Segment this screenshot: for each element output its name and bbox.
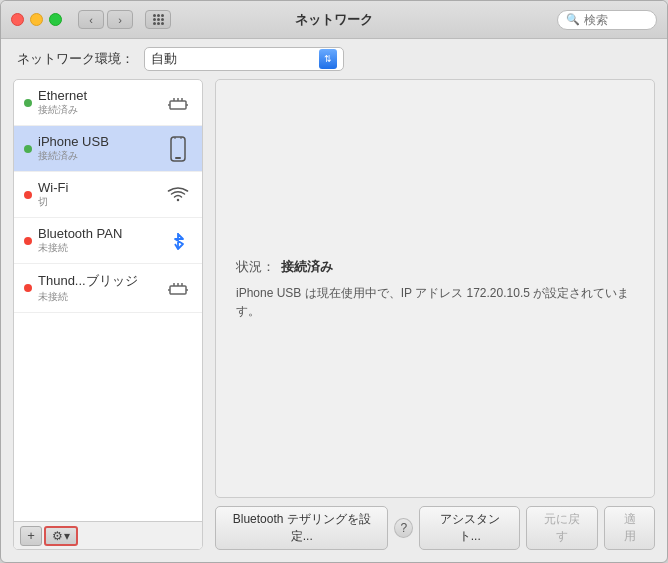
status-dot-bt: [24, 237, 32, 245]
ethernet-text: Ethernet 接続済み: [38, 88, 158, 117]
add-network-button[interactable]: +: [20, 526, 42, 546]
search-input[interactable]: [584, 13, 654, 27]
close-button[interactable]: [11, 13, 24, 26]
env-label: ネットワーク環境：: [17, 50, 134, 68]
gear-menu-button[interactable]: ⚙ ▾: [44, 526, 78, 546]
bt-name: Bluetooth PAN: [38, 226, 158, 241]
status-description: iPhone USB は現在使用中で、IP アドレス 172.20.10.5 が…: [236, 284, 634, 320]
back-button[interactable]: ‹: [78, 10, 104, 29]
search-box[interactable]: 🔍: [557, 10, 657, 30]
status-area: 状況： 接続済み iPhone USB は現在使用中で、IP アドレス 172.…: [215, 79, 655, 498]
forward-icon: ›: [118, 14, 122, 26]
wifi-name: Wi-Fi: [38, 180, 158, 195]
env-select-value: 自動: [151, 50, 315, 68]
status-value: 接続済み: [281, 258, 333, 276]
apply-button[interactable]: 適用: [604, 506, 655, 550]
iphone-name: iPhone USB: [38, 134, 158, 149]
plus-icon: +: [27, 528, 35, 543]
sidebar-item-ethernet[interactable]: Ethernet 接続済み: [14, 80, 202, 126]
status-label: 状況：: [236, 258, 275, 276]
status-row: 状況： 接続済み: [236, 258, 333, 276]
search-icon: 🔍: [566, 13, 580, 26]
env-select-arrow[interactable]: ⇅: [319, 49, 337, 69]
sidebar: Ethernet 接続済み: [13, 79, 203, 550]
forward-button[interactable]: ›: [107, 10, 133, 29]
iphone-icon: [164, 135, 192, 163]
right-panel: 状況： 接続済み iPhone USB は現在使用中で、IP アドレス 172.…: [203, 79, 655, 550]
iphone-status: 接続済み: [38, 149, 158, 163]
bt-text: Bluetooth PAN 未接続: [38, 226, 158, 255]
status-dot-ethernet: [24, 99, 32, 107]
iphone-text: iPhone USB 接続済み: [38, 134, 158, 163]
wifi-status: 切: [38, 195, 158, 209]
bottom-bar: Bluetooth テザリングを設定... ? アシスタント... 元に戻す 適…: [215, 498, 655, 550]
grid-button[interactable]: [145, 10, 171, 29]
ethernet-status: 接続済み: [38, 103, 158, 117]
grid-icon: [153, 14, 164, 25]
sidebar-item-wifi[interactable]: Wi-Fi 切: [14, 172, 202, 218]
main-content: Ethernet 接続済み: [1, 79, 667, 562]
titlebar: ‹ › ネットワーク 🔍: [1, 1, 667, 39]
sidebar-item-iphone-usb[interactable]: iPhone USB 接続済み: [14, 126, 202, 172]
gear-chevron-icon: ▾: [64, 529, 70, 543]
wifi-text: Wi-Fi 切: [38, 180, 158, 209]
assistant-button[interactable]: アシスタント...: [419, 506, 520, 550]
thunderbolt-status: 未接続: [38, 290, 158, 304]
status-dot-iphone: [24, 145, 32, 153]
sidebar-toolbar: + ⚙ ▾: [14, 521, 202, 549]
status-dot-wifi: [24, 191, 32, 199]
env-select[interactable]: 自動 ⇅: [144, 47, 344, 71]
svg-rect-10: [170, 286, 186, 294]
gear-icon: ⚙: [52, 529, 63, 543]
window-title: ネットワーク: [295, 11, 373, 29]
main-window: ‹ › ネットワーク 🔍 ネットワーク環境： 自動 ⇅: [0, 0, 668, 563]
sidebar-item-thunderbolt[interactable]: Thund...ブリッジ 未接続: [14, 264, 202, 313]
maximize-button[interactable]: [49, 13, 62, 26]
toolbar: ネットワーク環境： 自動 ⇅: [1, 39, 667, 79]
action-buttons: アシスタント... 元に戻す 適用: [419, 506, 655, 550]
bridge-icon: [164, 274, 192, 302]
bluetooth-icon: [164, 227, 192, 255]
thunderbolt-text: Thund...ブリッジ 未接続: [38, 272, 158, 304]
bt-status: 未接続: [38, 241, 158, 255]
sidebar-item-bluetooth-pan[interactable]: Bluetooth PAN 未接続: [14, 218, 202, 264]
minimize-button[interactable]: [30, 13, 43, 26]
ethernet-icon: [164, 89, 192, 117]
sidebar-list: Ethernet 接続済み: [14, 80, 202, 521]
help-button[interactable]: ?: [394, 518, 413, 538]
chevron-up-down-icon: ⇅: [324, 54, 332, 64]
svg-rect-0: [170, 101, 186, 109]
thunderbolt-name: Thund...ブリッジ: [38, 272, 158, 290]
wifi-icon: [164, 181, 192, 209]
svg-rect-7: [175, 157, 181, 159]
ethernet-name: Ethernet: [38, 88, 158, 103]
traffic-lights: [11, 13, 62, 26]
back-icon: ‹: [89, 14, 93, 26]
nav-buttons: ‹ ›: [78, 10, 133, 29]
revert-button[interactable]: 元に戻す: [526, 506, 598, 550]
bt-tethering-button[interactable]: Bluetooth テザリングを設定...: [215, 506, 388, 550]
status-dot-thunderbolt: [24, 284, 32, 292]
